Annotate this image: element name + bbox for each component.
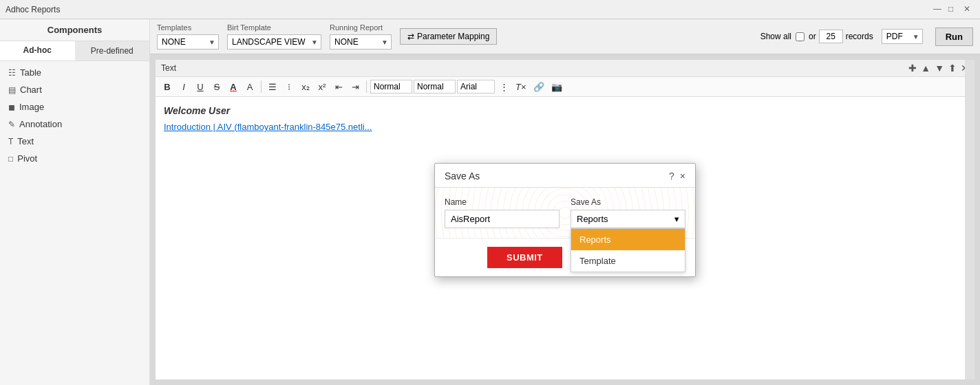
dialog-title: Save As	[445, 170, 480, 182]
sidebar-item-chart[interactable]: ▤ Chart	[0, 81, 149, 98]
toolbar-group-templates: Templates NONE ▼	[157, 23, 219, 50]
dialog-col-saveas: Save As Reports ▾ Reports Template	[571, 197, 685, 228]
show-all-label: Show all	[760, 32, 791, 41]
dialog-header-icons: ? ×	[669, 170, 685, 182]
pivot-icon: □	[8, 154, 13, 164]
dialog-help-button[interactable]: ?	[669, 170, 674, 182]
dialog-col-name: Name	[445, 197, 560, 228]
editor-area: Text ✚ ▲ ▼ ⬆ ✕ B I U S A A	[150, 54, 980, 385]
dialog-header: Save As ? ×	[435, 164, 695, 188]
main-layout: Components Ad-hoc Pre-defined ☷ Table ▤ …	[0, 19, 980, 385]
sidebar-tabs: Ad-hoc Pre-defined	[0, 41, 149, 61]
close-icon[interactable]: ✕	[963, 4, 974, 15]
title-bar: Adhoc Reports — □ ✕	[0, 0, 980, 19]
templates-label: Templates	[157, 23, 219, 32]
save-as-arrow: ▾	[674, 214, 679, 224]
option-reports[interactable]: Reports	[571, 229, 685, 250]
toolbar-group-running: Running Report NONE ▼	[330, 23, 392, 50]
param-mapping-button[interactable]: ⇄ Parameter Mapping	[400, 28, 497, 45]
sidebar-items: ☷ Table ▤ Chart ◼ Image ✎ Annotation T T…	[0, 61, 149, 170]
format-select[interactable]: PDF	[882, 29, 923, 44]
tab-predefined[interactable]: Pre-defined	[75, 41, 150, 60]
annotation-icon: ✎	[8, 120, 15, 129]
content-area: Templates NONE ▼ Birt Template LANDSCAPE…	[150, 19, 980, 385]
sidebar-item-table[interactable]: ☷ Table	[0, 64, 149, 81]
show-all-or: or	[809, 32, 816, 41]
sidebar-item-annotation[interactable]: ✎ Annotation	[0, 116, 149, 133]
show-all-checkbox[interactable]	[796, 32, 805, 41]
sidebar: Components Ad-hoc Pre-defined ☷ Table ▤ …	[0, 19, 150, 385]
sidebar-item-label-text: Text	[17, 136, 34, 146]
templates-select-wrap: NONE ▼	[157, 34, 219, 50]
save-as-dropdown: Reports ▾ Reports Template	[571, 210, 685, 228]
param-mapping-icon: ⇄	[407, 32, 414, 41]
title-bar-icons: — □ ✕	[933, 4, 974, 15]
format-select-wrap: PDF ▼	[882, 29, 923, 44]
minimize-icon[interactable]: —	[933, 4, 944, 15]
sidebar-item-label-table: Table	[20, 67, 41, 78]
save-as-label: Save As	[571, 197, 685, 207]
sidebar-item-label-pivot: Pivot	[17, 153, 37, 164]
option-template[interactable]: Template	[571, 250, 685, 272]
sidebar-item-label-annotation: Annotation	[19, 119, 62, 129]
show-all-wrap: Show all or records	[760, 30, 873, 43]
sidebar-header: Components	[0, 19, 149, 41]
sidebar-item-pivot[interactable]: □ Pivot	[0, 150, 149, 167]
running-select-wrap: NONE ▼	[330, 34, 392, 50]
birt-select-wrap: LANDSCAPE VIEW ▼	[227, 34, 321, 50]
sidebar-item-label-image: Image	[19, 102, 44, 112]
save-as-menu: Reports Template	[571, 228, 685, 272]
toolbar-group-birt: Birt Template LANDSCAPE VIEW ▼	[227, 23, 321, 50]
sidebar-item-text[interactable]: T Text	[0, 133, 149, 150]
templates-select[interactable]: NONE	[157, 34, 219, 50]
running-select[interactable]: NONE	[330, 34, 392, 50]
app-title: Adhoc Reports	[6, 5, 60, 14]
text-icon: T	[8, 137, 13, 146]
sidebar-item-image[interactable]: ◼ Image	[0, 98, 149, 116]
birt-select[interactable]: LANDSCAPE VIEW	[227, 34, 321, 50]
save-as-selected: Reports	[577, 214, 608, 224]
name-label: Name	[445, 197, 560, 207]
save-as-trigger[interactable]: Reports ▾	[571, 210, 685, 228]
image-icon: ◼	[8, 102, 15, 112]
maximize-icon[interactable]: □	[948, 4, 959, 15]
toolbar-row: Templates NONE ▼ Birt Template LANDSCAPE…	[150, 19, 980, 54]
dialog-close-button[interactable]: ×	[680, 170, 685, 182]
run-button[interactable]: Run	[935, 28, 973, 46]
save-as-dialog: Save As ? × Name	[434, 163, 696, 277]
table-icon: ☷	[8, 68, 16, 78]
records-label: records	[846, 32, 873, 41]
birt-label: Birt Template	[227, 23, 321, 32]
name-input[interactable]	[445, 210, 560, 228]
chart-icon: ▤	[8, 85, 16, 95]
dialog-body: Name Save As Reports ▾	[435, 188, 695, 238]
sidebar-item-label-chart: Chart	[20, 85, 42, 95]
running-label: Running Report	[330, 23, 392, 32]
records-input[interactable]	[819, 30, 843, 43]
tab-adhoc[interactable]: Ad-hoc	[0, 41, 75, 60]
submit-button[interactable]: SUBMIT	[487, 247, 562, 268]
modal-backdrop: Save As ? × Name	[150, 54, 980, 385]
dialog-row: Name Save As Reports ▾	[445, 197, 685, 228]
